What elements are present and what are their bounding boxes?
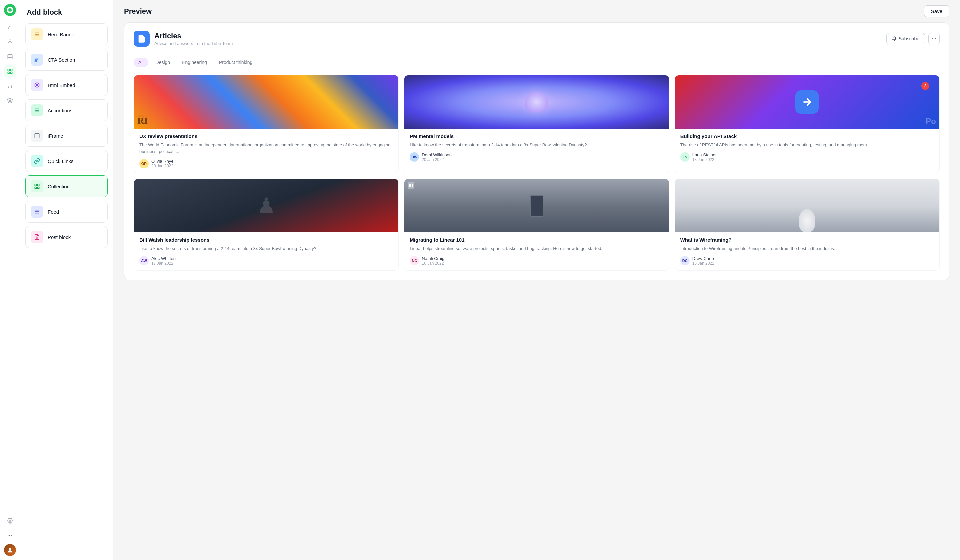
- appstore-visual: [795, 90, 819, 114]
- user-avatar[interactable]: [4, 544, 16, 556]
- quick-links-icon: [31, 155, 43, 167]
- layers-nav-icon[interactable]: [4, 94, 16, 107]
- block-item-iframe[interactable]: iFrame: [25, 125, 108, 147]
- home-nav-icon[interactable]: ⌂: [4, 21, 16, 34]
- author-info-api: Lana Steiner 18 Jan 2022: [692, 152, 717, 162]
- door-visual: [530, 195, 543, 217]
- author-date-pm: 20 Jan 2022: [422, 157, 452, 162]
- more-nav-dots[interactable]: ···: [4, 530, 16, 541]
- post-block-icon: [31, 231, 43, 243]
- users-nav-icon[interactable]: [4, 36, 16, 48]
- app-logo[interactable]: [4, 4, 16, 16]
- author-avatar-linear: NC: [410, 256, 419, 265]
- svg-rect-28: [35, 187, 36, 189]
- articles-header: Articles Advice and answers from the Tri…: [124, 23, 949, 52]
- author-date-linear: 16 Jan 2022: [422, 261, 444, 266]
- author-date-ux: 20 Jan 2022: [151, 164, 173, 168]
- article-desc-api: The rise of RESTful APIs has been met by…: [680, 142, 934, 148]
- more-options-button[interactable]: ···: [928, 33, 940, 44]
- article-card-bill-walsh[interactable]: ♟ Bill Walsh leadership lessons Like to …: [134, 179, 398, 270]
- author-name-ux: Olivia Rhye: [151, 158, 173, 164]
- article-content-chess: Bill Walsh leadership lessons Like to kn…: [134, 232, 398, 270]
- iframe-label: iFrame: [48, 133, 63, 139]
- author-name-linear: Natali Craig: [422, 256, 444, 261]
- block-item-quick-links[interactable]: Quick Links: [25, 150, 108, 172]
- svg-rect-38: [410, 184, 413, 187]
- article-image-pm: [404, 75, 669, 129]
- block-item-feed[interactable]: Feed: [25, 201, 108, 222]
- main-area: Preview Save Articles Advice and answers…: [114, 0, 960, 560]
- author-info-pm: Demi Wilkinson 20 Jan 2022: [422, 152, 452, 162]
- author-info-linear: Natali Craig 16 Jan 2022: [422, 256, 444, 266]
- icon-sidebar: ⌂ ···: [0, 0, 20, 560]
- article-desc-linear: Linear helps streamline software project…: [410, 245, 663, 252]
- svg-point-0: [9, 40, 11, 42]
- feed-label: Feed: [48, 209, 59, 215]
- panel-title: Add block: [25, 8, 108, 17]
- grid-nav-icon[interactable]: [4, 66, 16, 77]
- article-author-chess: AW Alec Whitten 17 Jan 2022: [139, 256, 393, 266]
- cta-section-label: CTA Section: [48, 57, 75, 62]
- svg-point-21: [36, 84, 38, 86]
- article-card-api[interactable]: 3 Po Building your API Stack The rise of…: [675, 75, 940, 173]
- article-card-linear[interactable]: Migrating to Linear 101 Linear helps str…: [404, 179, 669, 270]
- filter-tab-design[interactable]: Design: [151, 58, 175, 67]
- brand-subtitle: Advice and answers from the Tribe Team: [154, 41, 233, 46]
- accordions-icon: [31, 104, 43, 116]
- svg-point-13: [9, 548, 11, 550]
- svg-rect-29: [38, 187, 39, 189]
- author-name-wireframing: Drew Cano: [692, 256, 714, 261]
- filter-tab-all[interactable]: All: [134, 58, 148, 67]
- article-title-pm: PM mental models: [410, 133, 663, 139]
- svg-rect-19: [35, 60, 37, 62]
- save-button[interactable]: Save: [924, 5, 949, 17]
- article-desc-chess: Like to know the secrets of transforming…: [139, 245, 393, 252]
- preview-title: Preview: [124, 7, 152, 16]
- author-date-api: 18 Jan 2022: [692, 157, 717, 162]
- block-panel: Add block Hero Banner CTA Section Html E…: [20, 0, 114, 560]
- settings-nav-icon[interactable]: [4, 515, 16, 526]
- collection-icon: [31, 180, 43, 192]
- html-embed-label: Html Embed: [48, 82, 75, 88]
- article-desc-pm: Like to know the secrets of transforming…: [410, 142, 663, 148]
- svg-rect-6: [8, 72, 9, 74]
- author-avatar-pm: DW: [410, 152, 419, 162]
- article-image-chess: ♟: [134, 179, 398, 232]
- article-image-api: 3 Po: [675, 75, 939, 129]
- article-card-pm-mental[interactable]: PM mental models Like to know the secret…: [404, 75, 669, 173]
- author-info-wireframing: Drew Cano 15 Jan 2022: [692, 256, 714, 266]
- svg-marker-11: [7, 98, 12, 101]
- list-nav-icon[interactable]: [4, 51, 16, 62]
- brand-icon: [134, 30, 150, 46]
- article-content-ux: UX review presentations The World Econom…: [134, 129, 398, 173]
- block-item-post-block[interactable]: Post block: [25, 226, 108, 248]
- block-item-cta-section[interactable]: CTA Section: [25, 49, 108, 71]
- block-item-collection[interactable]: Collection: [25, 175, 108, 197]
- brand-title: Articles: [154, 32, 233, 40]
- article-card-ux-review[interactable]: RI UX review presentations The World Eco…: [134, 75, 398, 173]
- subscribe-button[interactable]: Subscribe: [886, 33, 925, 44]
- svg-rect-26: [35, 184, 36, 186]
- block-item-hero-banner[interactable]: Hero Banner: [25, 23, 108, 45]
- html-embed-icon: [31, 79, 43, 91]
- svg-rect-4: [8, 69, 9, 71]
- article-image-statue: [675, 179, 939, 232]
- filter-tab-product[interactable]: Product thinking: [214, 58, 257, 67]
- author-avatar-api: LS: [680, 152, 690, 162]
- block-item-accordions[interactable]: Accordions: [25, 99, 108, 121]
- article-title-api: Building your API Stack: [680, 133, 934, 139]
- svg-rect-1: [8, 54, 12, 59]
- preview-card: Articles Advice and answers from the Tri…: [124, 22, 949, 280]
- badge-visual: 3: [921, 82, 930, 90]
- chart-nav-icon[interactable]: [4, 80, 16, 92]
- article-title-linear: Migrating to Linear 101: [410, 237, 663, 243]
- article-title-wireframing: What is Wireframing?: [680, 237, 934, 243]
- svg-point-12: [9, 520, 11, 522]
- article-author-pm: DW Demi Wilkinson 20 Jan 2022: [410, 152, 663, 162]
- article-card-wireframing[interactable]: What is Wireframing? Introduction to Wir…: [675, 179, 940, 270]
- brain-visual: [525, 92, 548, 112]
- block-item-html-embed[interactable]: Html Embed: [25, 74, 108, 96]
- author-avatar-wireframing: DC: [680, 256, 690, 265]
- filter-tab-engineering[interactable]: Engineering: [178, 58, 212, 67]
- article-content-api: Building your API Stack The rise of REST…: [675, 129, 939, 167]
